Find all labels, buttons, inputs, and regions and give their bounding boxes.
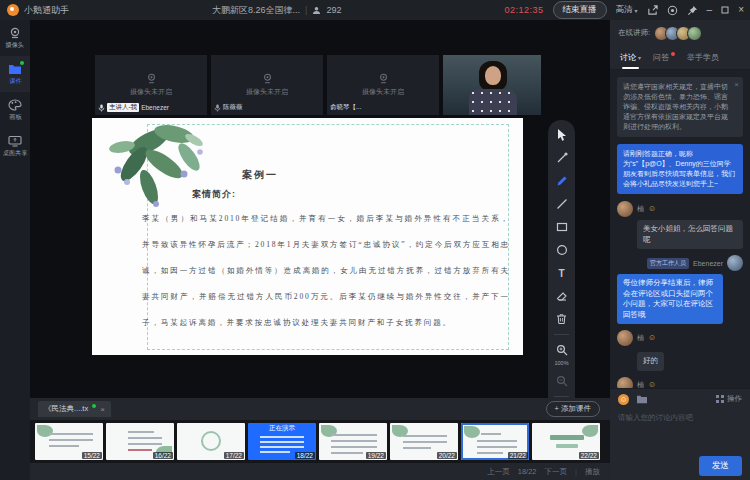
room-title: 大鹏新区8.26全国律... [212,4,300,17]
close-button[interactable]: × [738,5,744,15]
participant-tag: 主讲人-我 Ebenezer [98,103,169,112]
image-folder-button[interactable] [636,394,648,404]
tab-qa[interactable]: 问答 [653,46,675,69]
cursor-tool[interactable] [554,127,570,143]
camera-slot-guest-1[interactable]: 摄像头未开启 陈薇薇 [211,55,323,115]
close-tab-icon[interactable]: × [100,405,105,414]
emoji-picker-button[interactable]: ☺ [618,394,629,405]
end-live-button[interactable]: 结束直播 [553,1,607,19]
sidebar-item-label: 桌面共享 [3,149,28,158]
avatar[interactable] [727,255,743,271]
sidebar-item-courseware[interactable]: 课件 [0,56,30,92]
main-stage: 摄像头未开启 主讲人-我 Ebenezer 摄像头未开启 陈薇薇 摄像头未开启 … [30,20,610,480]
interaction-panel: 在线讲师: 讨论 ▾ 问答 举手学员 请您遵守国家相关规定，直播中切勿涉及低俗色… [610,20,750,480]
app-name: 小鹅通助手 [24,4,69,17]
page-number: 18/22 [295,452,315,459]
eraser-tool[interactable] [554,288,570,304]
slide-thumbnail[interactable]: 15/22 [35,423,103,460]
page-indicator: 18/22 [518,467,537,476]
camera-off-label: 摄像头未开启 [246,87,288,97]
tab-label: 举手学员 [687,52,719,63]
play-button[interactable]: 播放 [585,467,600,477]
prev-page-button[interactable]: 上一页 [487,467,510,477]
panel-tabs: 讨论 ▾ 问答 举手学员 [610,46,750,70]
chat-message: 楠 ☺ 好的 [617,330,743,371]
camera-off-label: 摄像头未开启 [362,87,404,97]
slide-thumbnail[interactable]: 16/22 [106,423,174,460]
camera-strip: 摄像头未开启 主讲人-我 Ebenezer 摄像头未开启 陈薇薇 摄像头未开启 … [95,55,541,115]
courseware-tab[interactable]: 《民法典....tx × [38,401,111,417]
page-number: 22/22 [579,452,599,459]
zoom-out-tool[interactable] [554,373,570,389]
maximize-button[interactable] [721,6,729,14]
webcam-off-icon [261,73,274,84]
sender-name: Ebenezer [693,260,723,267]
mic-icon [98,104,105,112]
titlebar: 小鹅通助手 大鹏新区8.26全国律... | 292 02:12:35 结束直播… [0,0,750,20]
courseware-tab-label: 《民法典....tx [44,404,88,414]
page-number: 21/22 [508,452,528,459]
mic-icon [214,104,221,112]
slide-canvas[interactable]: 案例一 案情简介: 李某（男）和马某2010年登记结婚，并育有一女，婚后李某与婚… [92,118,523,355]
page-number: 20/22 [437,452,457,459]
divider: | [575,467,577,476]
slide-thumbnail[interactable]: 17/22 [177,423,245,460]
presenter-video[interactable] [443,55,541,115]
sidebar-item-whiteboard[interactable]: 画板 [0,92,30,128]
webcam-off-icon [377,73,390,84]
slide-thumbnail[interactable]: 22/22 [532,423,600,460]
chat-input[interactable] [610,409,750,452]
slide-filmstrip: 15/22 16/22 17/22 正在演示 18/22 19/22 20/22 [30,420,610,463]
tab-label: 讨论 [620,52,636,63]
ellipse-tool[interactable] [554,242,570,258]
screen-share-icon [8,135,22,147]
live-timer: 02:12:35 [505,5,544,15]
tab-discussion[interactable]: 讨论 ▾ [620,46,641,69]
avatar[interactable] [617,330,633,346]
live-dot [92,404,96,408]
online-lecturers-row: 在线讲师: [610,20,750,46]
tab-hand-raised[interactable]: 举手学员 [687,46,719,69]
chat-message: 楠 ☺ 感谢老师的精彩讲解，受益匪浅 [617,377,743,389]
chat-message-list[interactable]: 请您遵守国家相关规定，直播中切勿涉及低俗色情、暴力恐怖、谣言诈骗、侵权盗版等相关… [610,70,750,388]
close-notice-icon[interactable]: × [734,80,739,90]
slide-kicker: 案情简介: [192,188,236,201]
quality-label: 高清 [616,4,633,16]
sidebar-item-camera[interactable]: 摄像头 [0,20,30,56]
slide-thumbnail[interactable]: 20/22 [390,423,458,460]
app-logo-icon [7,4,19,16]
pin-button[interactable] [687,5,698,16]
slide-thumbnail-presenting[interactable]: 正在演示 18/22 [248,423,316,460]
rectangle-tool[interactable] [554,219,570,235]
avatar[interactable] [617,377,633,389]
participant-name: 俞晓琴【... [330,103,361,112]
add-courseware-button[interactable]: + 添加课件 [546,401,600,417]
sidebar-item-screen-share[interactable]: 桌面共享 [0,128,30,164]
divider: | [305,5,307,15]
next-page-button[interactable]: 下一页 [545,467,568,477]
zoom-tool[interactable] [554,342,570,358]
avatar[interactable] [617,201,633,217]
share-button[interactable] [647,5,658,16]
slide-thumbnail[interactable]: 19/22 [319,423,387,460]
pen-tool[interactable] [554,173,570,189]
line-tool[interactable] [554,196,570,212]
quality-select[interactable]: 高清 ▾ [616,4,638,16]
slide-thumbnail-selected[interactable]: 21/22 [461,423,529,460]
slide-title: 案例一 [242,168,278,182]
record-button[interactable] [667,5,678,16]
camera-slot-guest-2[interactable]: 摄像头未开启 俞晓琴【... [327,55,439,115]
sidebar-item-label: 课件 [9,77,21,86]
avatar[interactable] [687,26,702,41]
camera-slot-host[interactable]: 摄像头未开启 主讲人-我 Ebenezer [95,55,207,115]
participant-name: Ebenezer [141,104,169,111]
text-tool-icon[interactable] [554,265,570,281]
page-number: 17/22 [224,452,244,459]
minimize-button[interactable]: – [707,5,713,15]
webcam-off-icon [145,73,158,84]
laser-pointer-tool[interactable] [554,150,570,166]
delete-annotations-tool[interactable] [554,311,570,327]
actions-menu-button[interactable]: 操作 [716,394,742,404]
send-button[interactable]: 发送 [699,456,742,476]
message-bubble: 好的 [637,352,664,371]
